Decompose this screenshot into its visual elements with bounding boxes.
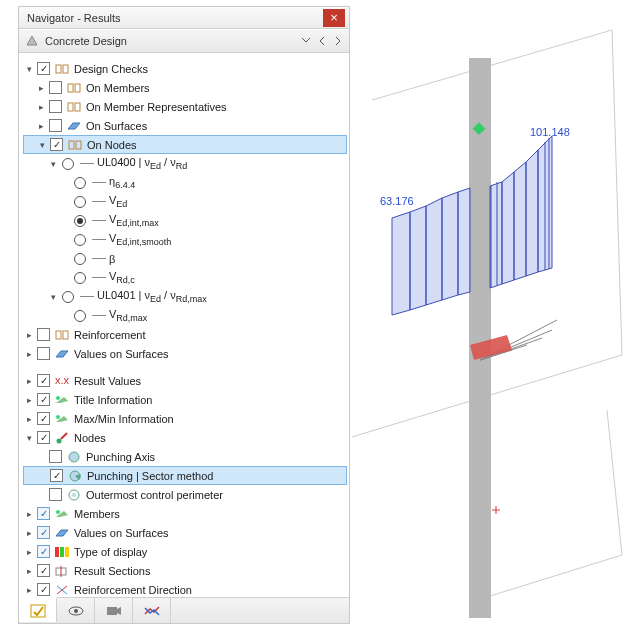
checkbox[interactable]: ✓ (37, 374, 50, 387)
svg-rect-5 (68, 103, 73, 111)
node-result-sections[interactable]: ▸ ✓ Result Sections (23, 561, 347, 580)
expand-icon[interactable]: ▸ (35, 102, 47, 112)
expand-icon[interactable]: ▸ (23, 395, 35, 405)
node-reinforcement[interactable]: ▸ Reinforcement (23, 325, 347, 344)
expand-icon[interactable]: ▸ (23, 376, 35, 386)
radio[interactable] (74, 177, 86, 189)
collapse-icon[interactable]: ▾ (47, 292, 59, 302)
node-eta[interactable]: η6.4.4 (23, 173, 347, 192)
checkbox[interactable] (37, 347, 50, 360)
tab-camera[interactable] (95, 598, 133, 623)
svg-rect-11 (63, 331, 68, 339)
expand-icon[interactable]: ▸ (23, 547, 35, 557)
chevron-down-icon[interactable] (301, 36, 311, 46)
collapse-icon[interactable]: ▾ (23, 433, 35, 443)
checkbox[interactable]: ✓ (37, 393, 50, 406)
label: On Nodes (87, 139, 137, 151)
expand-icon[interactable]: ▸ (23, 330, 35, 340)
node-nodes[interactable]: ▾ ✓ Nodes (23, 428, 347, 447)
checkbox[interactable]: ✓ (37, 507, 50, 520)
collapse-icon[interactable]: ▾ (36, 140, 48, 150)
nav-prev-icon[interactable] (317, 36, 327, 46)
title-icon (54, 393, 70, 407)
close-button[interactable]: × (323, 9, 345, 27)
svg-rect-10 (56, 331, 61, 339)
node-members[interactable]: ▸ ✓ Members (23, 504, 347, 523)
checkbox[interactable] (49, 100, 62, 113)
radio[interactable] (74, 215, 86, 227)
node-punching-axis[interactable]: Punching Axis (23, 447, 347, 466)
node-ved-int-max[interactable]: VEd,int,max (23, 211, 347, 230)
expand-icon[interactable]: ▸ (23, 585, 35, 595)
checkbox[interactable]: ✓ (37, 564, 50, 577)
checkbox[interactable] (49, 119, 62, 132)
viewport-3d[interactable]: 63.176 101.148 (352, 0, 630, 631)
node-design-checks[interactable]: ▾ ✓ Design Checks (23, 59, 347, 78)
radio[interactable] (74, 272, 86, 284)
expand-icon[interactable]: ▾ (23, 64, 35, 74)
svg-rect-3 (68, 84, 73, 92)
node-on-members[interactable]: ▸ On Members (23, 78, 347, 97)
radio[interactable] (74, 196, 86, 208)
node-title-info[interactable]: ▸ ✓ Title Information (23, 390, 347, 409)
checkbox[interactable]: ✓ (37, 62, 50, 75)
expand-icon[interactable]: ▸ (23, 349, 35, 359)
collapse-icon[interactable]: ▾ (47, 159, 59, 169)
node-ved-int-smooth[interactable]: VEd,int,smooth (23, 230, 347, 249)
checkbox[interactable]: ✓ (50, 469, 63, 482)
nav-next-icon[interactable] (333, 36, 343, 46)
expand-icon[interactable]: ▸ (23, 528, 35, 538)
maxmin-icon (54, 412, 70, 426)
expand-icon[interactable]: ▸ (35, 121, 47, 131)
node-maxmin[interactable]: ▸ ✓ Max/Min Information (23, 409, 347, 428)
radio[interactable] (74, 310, 86, 322)
sector-icon (67, 469, 83, 483)
expand-icon[interactable]: ▸ (23, 509, 35, 519)
node-vrdmax[interactable]: VRd,max (23, 306, 347, 325)
checkbox[interactable] (37, 328, 50, 341)
expand-icon[interactable]: ▸ (35, 83, 47, 93)
checkbox[interactable]: ✓ (37, 431, 50, 444)
expand-icon[interactable]: ▸ (23, 414, 35, 424)
checkbox[interactable]: ✓ (37, 583, 50, 596)
radio[interactable] (74, 234, 86, 246)
node-on-surfaces[interactable]: ▸ On Surfaces (23, 116, 347, 135)
node-ul0400[interactable]: ▾ UL0400 | νEd / νRd (23, 154, 347, 173)
node-on-member-reps[interactable]: ▸ On Member Representatives (23, 97, 347, 116)
node-vrdc[interactable]: VRd,c (23, 268, 347, 287)
tab-views[interactable] (57, 598, 95, 623)
radio[interactable] (62, 158, 74, 170)
checkbox[interactable]: ✓ (37, 526, 50, 539)
label: Design Checks (74, 63, 148, 75)
node-punching-sector[interactable]: ✓ Punching | Sector method (23, 466, 347, 485)
checkbox[interactable] (49, 488, 62, 501)
tab-results[interactable] (133, 598, 171, 623)
tab-navigator[interactable] (19, 597, 57, 622)
checkbox[interactable]: ✓ (50, 138, 63, 151)
svg-marker-0 (27, 36, 37, 45)
node-values-surfaces2[interactable]: ▸ ✓ Values on Surfaces (23, 523, 347, 542)
checkbox[interactable] (49, 450, 62, 463)
node-beta[interactable]: β (23, 249, 347, 268)
checkbox[interactable]: ✓ (37, 412, 50, 425)
radio[interactable] (74, 253, 86, 265)
dash-icon (92, 220, 106, 221)
node-on-nodes[interactable]: ▾ ✓ On Nodes (23, 135, 347, 154)
label: Nodes (74, 432, 106, 444)
svg-rect-27 (55, 547, 59, 557)
node-ul0401[interactable]: ▾ UL0401 | νEd / νRd,max (23, 287, 347, 306)
checkbox[interactable] (49, 81, 62, 94)
surfaces-icon (66, 119, 82, 133)
node-result-values[interactable]: ▸ ✓ x.xx Result Values (23, 371, 347, 390)
label: Outermost control perimeter (86, 489, 223, 501)
node-ved[interactable]: VEd (23, 192, 347, 211)
node-type-display[interactable]: ▸ ✓ Type of display (23, 542, 347, 561)
checkbox[interactable]: ✓ (37, 545, 50, 558)
radio[interactable] (62, 291, 74, 303)
module-selector[interactable]: Concrete Design (19, 29, 349, 53)
node-outer-perimeter[interactable]: Outermost control perimeter (23, 485, 347, 504)
reinfdir-icon (54, 583, 70, 597)
expand-icon[interactable]: ▸ (23, 566, 35, 576)
node-values-on-surfaces[interactable]: ▸ Values on Surfaces (23, 344, 347, 363)
svg-point-18 (57, 438, 62, 443)
